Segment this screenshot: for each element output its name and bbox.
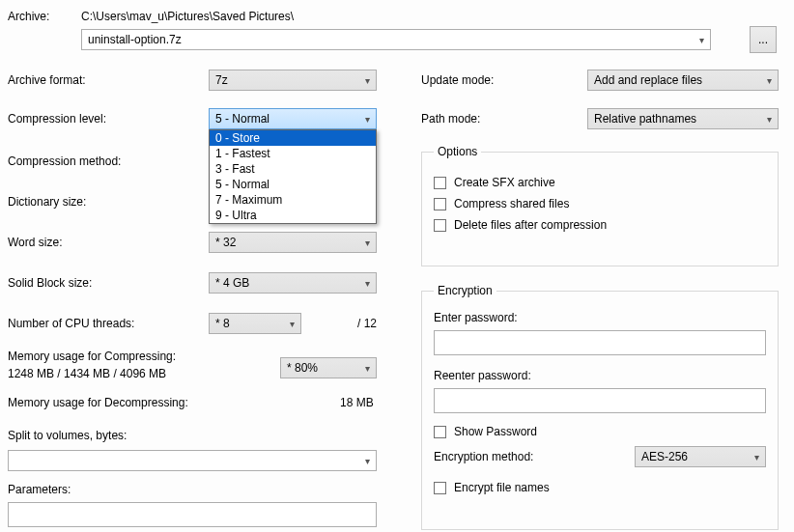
solid-label: Solid Block size:: [8, 276, 92, 290]
chevron-down-icon: ▾: [365, 238, 370, 248]
level-option-normal[interactable]: 5 - Normal: [210, 177, 376, 192]
mem-compress-label: Memory usage for Compressing:: [8, 350, 176, 363]
enc-method-select[interactable]: AES-256 ▾: [635, 446, 766, 467]
chevron-down-icon: ▾: [767, 75, 772, 86]
params-label: Parameters:: [8, 483, 71, 496]
word-select[interactable]: * 32 ▾: [209, 232, 377, 253]
chevron-down-icon: ▾: [699, 35, 704, 45]
encryption-group: Encryption Enter password: Reenter passw…: [421, 284, 779, 530]
threads-value: * 8: [215, 317, 230, 330]
enc-method-value: AES-256: [641, 450, 688, 463]
enc-method-label: Encryption method:: [434, 450, 533, 463]
reenter-password-input[interactable]: [434, 388, 766, 413]
mem-decompress-value: 18 MB: [340, 396, 374, 409]
chevron-down-icon: ▾: [365, 75, 370, 86]
sfx-checkbox[interactable]: Create SFX archive: [434, 176, 766, 189]
browse-button[interactable]: ...: [750, 26, 777, 53]
pathmode-label: Path mode:: [421, 112, 480, 126]
chevron-down-icon: ▾: [365, 456, 370, 466]
checkbox-icon: [434, 219, 446, 232]
enter-password-label: Enter password:: [434, 311, 766, 324]
checkbox-icon: [434, 426, 446, 438]
split-label: Split to volumes, bytes:: [8, 429, 127, 442]
shared-checkbox[interactable]: Compress shared files: [434, 197, 766, 210]
sfx-label: Create SFX archive: [454, 176, 555, 189]
level-option-maximum[interactable]: 7 - Maximum: [210, 192, 376, 208]
reenter-password-label: Reenter password:: [434, 369, 766, 382]
level-option-store[interactable]: 0 - Store: [210, 130, 376, 146]
archive-filename-value: uninstall-option.7z: [88, 33, 182, 46]
format-label: Archive format:: [8, 73, 86, 87]
encrypt-names-checkbox[interactable]: Encrypt file names: [434, 481, 766, 494]
params-input[interactable]: [8, 502, 377, 527]
browse-label: ...: [758, 33, 768, 46]
pathmode-value: Relative pathnames: [594, 112, 696, 126]
split-input[interactable]: ▾: [8, 450, 377, 471]
checkbox-icon: [434, 198, 446, 210]
level-select[interactable]: 5 - Normal ▾: [209, 108, 377, 129]
chevron-down-icon: ▾: [290, 319, 295, 329]
chevron-down-icon: ▾: [754, 452, 759, 462]
show-password-label: Show Password: [454, 425, 537, 438]
word-label: Word size:: [8, 236, 62, 249]
mem-compress-detail: 1248 MB / 1434 MB / 4096 MB: [8, 367, 166, 380]
threads-select[interactable]: * 8 ▾: [209, 313, 301, 334]
delete-checkbox[interactable]: Delete files after compression: [434, 218, 766, 232]
solid-select[interactable]: * 4 GB ▾: [209, 272, 377, 294]
level-dropdown[interactable]: 0 - Store 1 - Fastest 3 - Fast 5 - Norma…: [209, 129, 377, 224]
show-password-checkbox[interactable]: Show Password: [434, 425, 766, 438]
level-value: 5 - Normal: [215, 112, 269, 126]
format-select[interactable]: 7z ▾: [209, 70, 377, 91]
enter-password-input[interactable]: [434, 330, 766, 355]
update-select[interactable]: Add and replace files ▾: [587, 70, 779, 91]
format-value: 7z: [215, 73, 228, 87]
chevron-down-icon: ▾: [365, 114, 370, 125]
checkbox-icon: [434, 177, 446, 189]
word-value: * 32: [215, 236, 236, 249]
level-label: Compression level:: [8, 112, 106, 126]
shared-label: Compress shared files: [454, 197, 569, 210]
mem-compress-value: * 80%: [287, 361, 318, 375]
archive-filename-input[interactable]: uninstall-option.7z ▾: [81, 29, 711, 50]
chevron-down-icon: ▾: [365, 363, 370, 374]
pathmode-select[interactable]: Relative pathnames ▾: [587, 108, 779, 129]
update-label: Update mode:: [421, 73, 494, 87]
checkbox-icon: [434, 482, 446, 494]
solid-value: * 4 GB: [215, 276, 249, 290]
method-label: Compression method:: [8, 154, 121, 168]
update-value: Add and replace files: [594, 73, 702, 87]
level-option-fast[interactable]: 3 - Fast: [210, 161, 376, 177]
dict-label: Dictionary size:: [8, 195, 86, 209]
archive-label: Archive:: [8, 10, 49, 23]
level-option-fastest[interactable]: 1 - Fastest: [210, 146, 376, 161]
encrypt-names-label: Encrypt file names: [454, 481, 550, 494]
mem-decompress-label: Memory usage for Decompressing:: [8, 396, 188, 409]
archive-path: C:\Users\mav_u\Pictures\Saved Pictures\: [81, 10, 294, 23]
options-group: Options Create SFX archive Compress shar…: [421, 145, 779, 266]
options-legend: Options: [434, 145, 481, 158]
mem-compress-select[interactable]: * 80% ▾: [280, 357, 377, 378]
threads-label: Number of CPU threads:: [8, 317, 134, 330]
delete-label: Delete files after compression: [454, 218, 607, 232]
chevron-down-icon: ▾: [365, 278, 370, 289]
threads-total: / 12: [357, 317, 377, 330]
chevron-down-icon: ▾: [767, 114, 772, 125]
level-option-ultra[interactable]: 9 - Ultra: [210, 208, 376, 223]
encryption-legend: Encryption: [434, 284, 496, 297]
